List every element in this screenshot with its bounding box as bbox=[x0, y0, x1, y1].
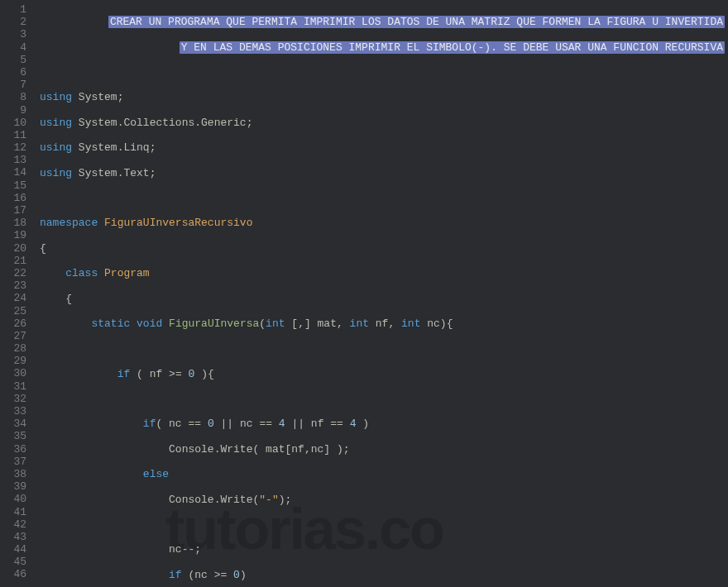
code-line[interactable] bbox=[40, 66, 728, 79]
line-number: 3 bbox=[5, 28, 26, 41]
line-number: 40 bbox=[5, 493, 26, 505]
line-number: 33 bbox=[5, 405, 26, 418]
line-number-gutter: 1 2 3 4 5 6 7 8 9 10 11 12 13 14 15 16 1… bbox=[0, 0, 35, 587]
code-line[interactable] bbox=[40, 393, 728, 405]
code-line[interactable] bbox=[40, 518, 728, 531]
line-number: 15 bbox=[5, 179, 26, 192]
code-line[interactable]: Console.Write( mat[nf,nc] ); bbox=[40, 443, 728, 456]
line-number: 24 bbox=[5, 292, 26, 304]
line-number: 16 bbox=[5, 192, 26, 204]
line-number: 22 bbox=[5, 267, 26, 279]
code-line[interactable] bbox=[40, 192, 728, 204]
code-line[interactable]: if (nc >= 0) bbox=[40, 569, 728, 581]
line-number: 38 bbox=[5, 468, 26, 480]
line-number: 2 bbox=[5, 16, 26, 28]
line-number: 9 bbox=[5, 104, 26, 117]
line-number: 17 bbox=[5, 204, 26, 217]
line-number: 11 bbox=[5, 129, 26, 141]
code-line[interactable]: CREAR UN PROGRAMA QUE PERMITA IMPRIMIR L… bbox=[40, 16, 728, 28]
line-number: 42 bbox=[5, 518, 26, 531]
line-number: 12 bbox=[5, 141, 26, 154]
selected-comment[interactable]: CREAR UN PROGRAMA QUE PERMITA IMPRIMIR L… bbox=[108, 16, 725, 28]
code-line[interactable]: using System.Collections.Generic; bbox=[40, 117, 728, 129]
code-line[interactable] bbox=[40, 342, 728, 355]
code-line[interactable]: Y EN LAS DEMAS POSICIONES IMPRIMIR EL SI… bbox=[40, 41, 728, 54]
code-line[interactable]: using System; bbox=[40, 91, 728, 103]
code-line[interactable]: nc--; bbox=[40, 543, 728, 556]
line-number: 20 bbox=[5, 242, 26, 255]
line-number: 41 bbox=[5, 506, 26, 518]
code-line[interactable]: class Program bbox=[40, 267, 728, 279]
code-line[interactable]: if( nc == 0 || nc == 4 || nf == 4 ) bbox=[40, 418, 728, 430]
line-number: 28 bbox=[5, 342, 26, 355]
line-number: 39 bbox=[5, 480, 26, 493]
line-number: 26 bbox=[5, 317, 26, 330]
line-number: 18 bbox=[5, 217, 26, 229]
line-number: 14 bbox=[5, 166, 26, 179]
code-line[interactable]: { bbox=[40, 293, 728, 305]
line-number: 30 bbox=[5, 367, 26, 379]
code-line[interactable]: using System.Text; bbox=[40, 167, 728, 179]
line-number: 43 bbox=[5, 531, 26, 543]
line-number: 21 bbox=[5, 255, 26, 267]
line-number: 27 bbox=[5, 330, 26, 342]
line-number: 13 bbox=[5, 154, 26, 166]
line-number: 31 bbox=[5, 380, 26, 393]
line-number: 25 bbox=[5, 305, 26, 317]
code-editor[interactable]: 1 2 3 4 5 6 7 8 9 10 11 12 13 14 15 16 1… bbox=[0, 0, 728, 587]
code-area[interactable]: CREAR UN PROGRAMA QUE PERMITA IMPRIMIR L… bbox=[35, 0, 728, 587]
line-number: 45 bbox=[5, 556, 26, 568]
code-line[interactable]: static void FiguraUInversa(int [,] mat, … bbox=[40, 317, 728, 330]
line-number: 4 bbox=[5, 41, 26, 54]
line-number: 5 bbox=[5, 54, 26, 66]
line-number: 34 bbox=[5, 418, 26, 430]
line-number: 8 bbox=[5, 91, 26, 103]
line-number: 36 bbox=[5, 443, 26, 456]
line-number: 19 bbox=[5, 229, 26, 241]
line-number: 7 bbox=[5, 79, 26, 91]
line-number: 1 bbox=[5, 3, 26, 16]
code-line[interactable]: Console.Write("-"); bbox=[40, 494, 728, 506]
line-number: 37 bbox=[5, 456, 26, 468]
code-line[interactable]: namespace FiguraUInversaRecursivo bbox=[40, 217, 728, 229]
line-number: 46 bbox=[5, 568, 26, 580]
line-number: 32 bbox=[5, 393, 26, 405]
code-line[interactable]: using System.Linq; bbox=[40, 141, 728, 154]
line-number: 29 bbox=[5, 355, 26, 367]
line-number: 44 bbox=[5, 543, 26, 556]
line-number: 23 bbox=[5, 279, 26, 292]
code-line[interactable]: else bbox=[40, 468, 728, 480]
code-line[interactable]: if ( nf >= 0 ){ bbox=[40, 368, 728, 380]
line-number: 10 bbox=[5, 117, 26, 129]
code-line[interactable]: { bbox=[40, 242, 728, 255]
selected-comment[interactable]: Y EN LAS DEMAS POSICIONES IMPRIMIR EL SI… bbox=[180, 41, 725, 54]
line-number: 6 bbox=[5, 66, 26, 79]
line-number: 35 bbox=[5, 430, 26, 442]
